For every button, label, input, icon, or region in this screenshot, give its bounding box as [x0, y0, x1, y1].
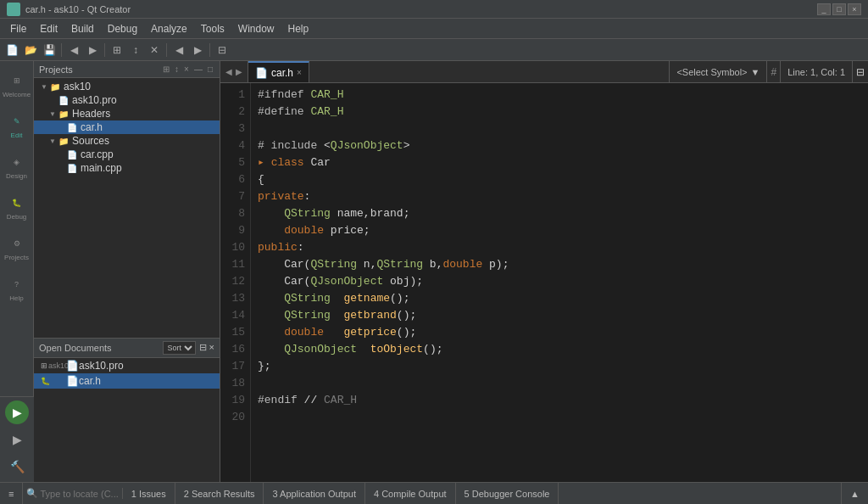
tree-filter[interactable]: ⊞ — [161, 64, 171, 75]
toolbar-close-all[interactable]: ✕ — [146, 42, 163, 59]
code-line-12: Car(QJsonObject obj); — [258, 273, 861, 290]
code-line-8: QString name,brand; — [258, 205, 861, 222]
open-doc-carh[interactable]: 🐛 📄 car.h — [34, 373, 220, 389]
menu-analyze[interactable]: Analyze — [144, 21, 194, 36]
folder-icon-sources: 📁 — [58, 135, 70, 147]
menu-window[interactable]: Window — [231, 21, 281, 36]
doc-icon-ask10pro: 📄 — [66, 360, 79, 372]
tree-item-ask10pro[interactable]: 📄 ask10.pro — [34, 93, 220, 107]
bottom-compile-output[interactable]: 4 Compile Output — [365, 483, 456, 504]
window-controls[interactable]: _ □ × — [817, 3, 861, 15]
tree-item-carh[interactable]: 📄 car.h — [34, 120, 220, 134]
open-docs-actions: Sort ⊟ × — [163, 341, 214, 355]
menu-help[interactable]: Help — [281, 21, 316, 36]
arrow-sources: ▼ — [49, 137, 58, 145]
open-docs-panel: Open Documents Sort ⊟ × ⊞ ask10 📄 — [34, 338, 220, 482]
left-panel: Projects ⊞ ↕ × — □ ▼ 📁 ask10 — [34, 61, 220, 482]
bottom-right: ▲ — [841, 483, 868, 504]
tab-nav: ◀ ▶ — [220, 61, 248, 82]
toolbar-forward[interactable]: ▶ — [84, 42, 101, 59]
split-icon: ⊟ — [856, 66, 865, 78]
menu-file[interactable]: File — [3, 21, 33, 36]
open-docs-split[interactable]: ⊟ — [199, 342, 207, 352]
toolbar-nav-next[interactable]: ▶ — [189, 42, 206, 59]
open-doc-ask10pro[interactable]: ⊞ ask10 📄 ask10.pro — [34, 358, 220, 373]
tree-minimize[interactable]: — — [192, 64, 204, 75]
symbol-selector[interactable]: <Select Symbol> ▼ — [669, 61, 766, 82]
bottom-hamburger[interactable]: ≡ — [0, 483, 23, 504]
sidebar-welcome[interactable]: ⊞ Welcome — [2, 64, 32, 105]
tree-item-headers[interactable]: ▼ 📁 Headers — [34, 107, 220, 120]
toolbar-filter[interactable]: ⊞ — [108, 42, 125, 59]
menu-tools[interactable]: Tools — [194, 21, 231, 36]
code-line-4: # include <QJsonObject> — [258, 137, 861, 154]
run-debug-button[interactable]: ▶ — [5, 428, 29, 451]
tree-label-carcpp: car.cpp — [81, 148, 114, 160]
editor-area[interactable]: 12345 678910 1112131415 1617181920 #ifnd… — [220, 83, 868, 482]
toolbar-back[interactable]: ◀ — [65, 42, 82, 59]
toolbar-save[interactable]: 💾 — [41, 42, 58, 59]
bottom-debugger-console[interactable]: 5 Debugger Console — [456, 483, 559, 504]
split-editor-btn[interactable]: ⊟ — [852, 61, 868, 82]
code-line-7: private: — [258, 188, 861, 205]
tree-item-ask10[interactable]: ▼ 📁 ask10 — [34, 80, 220, 93]
tree-close[interactable]: × — [182, 64, 191, 75]
app-icon — [7, 3, 20, 16]
sidebar-projects[interactable]: ⚙ Projects — [2, 227, 32, 268]
code-line-20 — [258, 409, 861, 426]
tab-label-carh: car.h — [271, 67, 293, 79]
bottom-right-expand[interactable]: ▲ — [841, 483, 868, 504]
h-icon-carh: 📄 — [66, 121, 78, 133]
search-icon: 🔍 — [26, 488, 38, 499]
open-docs-close[interactable]: × — [209, 342, 214, 352]
menubar: File Edit Build Debug Analyze Tools Wind… — [0, 19, 868, 39]
sidebar-debug[interactable]: 🐛 Debug — [2, 187, 32, 227]
design-icon: ◈ — [8, 154, 25, 171]
sidebar-design[interactable]: ◈ Design — [2, 146, 32, 187]
line-info: Line: 1, Col: 1 — [780, 61, 852, 82]
bottom-search-results[interactable]: 2 Search Results — [175, 483, 264, 504]
minimize-button[interactable]: _ — [817, 3, 831, 15]
tree-expand[interactable]: □ — [206, 64, 214, 75]
tree-item-maincpp[interactable]: 📄 main.cpp — [34, 161, 220, 175]
sidebar-edit[interactable]: ✎ Edit — [2, 105, 32, 146]
search-area[interactable]: 🔍 Type to locate (C... — [23, 488, 122, 499]
menu-edit[interactable]: Edit — [33, 21, 64, 36]
code-line-15: double getprice(); — [258, 324, 861, 341]
maximize-button[interactable]: □ — [832, 3, 846, 15]
project-tree-header: Projects ⊞ ↕ × — □ — [34, 61, 220, 78]
tree-item-sources[interactable]: ▼ 📁 Sources — [34, 134, 220, 148]
editor-tabbar: ◀ ▶ 📄 car.h × <Select Symbol> ▼ # Line: … — [220, 61, 868, 83]
build-button[interactable]: 🔨 — [5, 455, 29, 479]
toolbar-open[interactable]: 📂 — [22, 42, 39, 59]
toolbar-sync[interactable]: ↕ — [127, 42, 144, 59]
open-docs-sort[interactable]: Sort — [163, 341, 196, 355]
toolbar-nav-prev[interactable]: ◀ — [170, 42, 187, 59]
toolbar: 📄 📂 💾 ◀ ▶ ⊞ ↕ ✕ ◀ ▶ ⊟ — [0, 39, 868, 61]
code-line-11: Car(QString n,QString b,double p); — [258, 256, 861, 273]
code-editor[interactable]: #ifndef CAR_H#define CAR_H # include <QJ… — [251, 83, 868, 482]
tab-next[interactable]: ▶ — [234, 67, 244, 76]
close-button[interactable]: × — [848, 3, 861, 15]
pro-icon: 📄 — [58, 94, 70, 106]
bottom-app-output[interactable]: 3 Application Output — [264, 483, 364, 504]
menu-build[interactable]: Build — [64, 21, 101, 36]
run-button[interactable]: ▶ — [5, 400, 29, 424]
tab-prev[interactable]: ◀ — [224, 67, 234, 76]
toolbar-sep-4 — [209, 43, 210, 57]
edit-icon: ✎ — [8, 113, 25, 130]
toolbar-new[interactable]: 📄 — [3, 42, 20, 59]
tree-item-carcpp[interactable]: 📄 car.cpp — [34, 148, 220, 161]
tree-actions: ⊞ ↕ × — □ — [161, 64, 214, 75]
code-line-2: #define CAR_H — [258, 104, 861, 120]
menu-debug[interactable]: Debug — [101, 21, 144, 36]
tree-sync[interactable]: ↕ — [173, 64, 181, 75]
hash-icon: # — [771, 66, 776, 78]
sidebar-help[interactable]: ? Help — [2, 268, 32, 309]
bottom-issues[interactable]: 1 Issues — [123, 483, 175, 504]
editor-panel: ◀ ▶ 📄 car.h × <Select Symbol> ▼ # Line: … — [220, 61, 868, 482]
toolbar-split[interactable]: ⊟ — [214, 42, 231, 59]
hamburger-icon: ≡ — [8, 489, 14, 499]
tab-close-carh[interactable]: × — [297, 68, 302, 77]
tab-carh[interactable]: 📄 car.h × — [248, 61, 309, 82]
